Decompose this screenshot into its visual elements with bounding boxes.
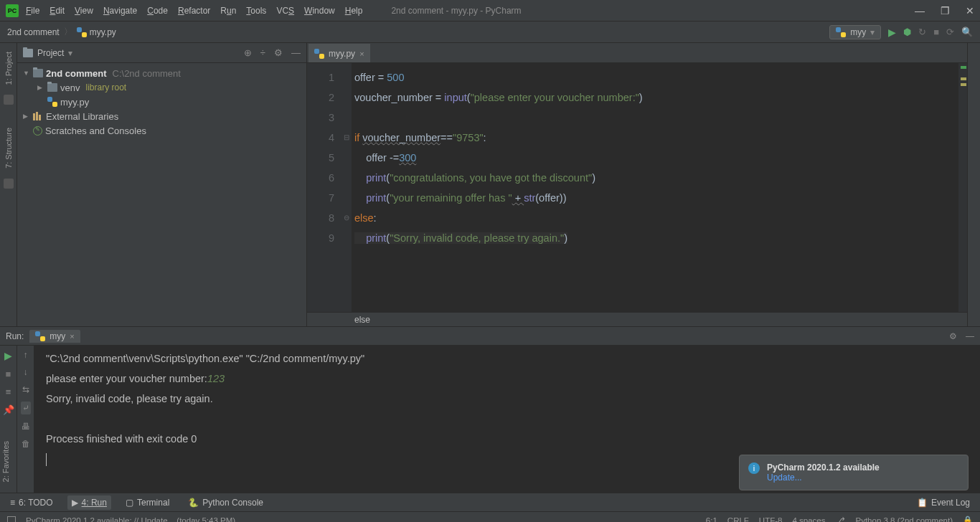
gear-icon[interactable]: ⚙ [949,331,957,341]
gear-icon[interactable]: ⚙ [274,47,283,58]
run-config-selector[interactable]: myy ▾ [829,25,881,39]
hide-panel-button[interactable]: — [966,331,974,341]
split-icon[interactable]: ÷ [260,47,265,58]
search-everywhere-button[interactable]: 🔍 [961,27,973,37]
tab-terminal[interactable]: ▢ Terminal [121,495,174,510]
menu-tools[interactable]: Tools [246,6,266,16]
editor: myy.py × 123456789 ⊟⊖ offer = 500 vouche… [307,43,967,326]
stop-button[interactable]: ■ [6,369,11,379]
hide-panel-button[interactable]: — [291,47,301,58]
menu-code[interactable]: Code [147,6,168,16]
info-icon: i [748,462,760,474]
run-with-coverage-button[interactable]: ↻ [918,27,926,37]
print-button[interactable]: 🖶 [22,422,30,432]
editor-breadcrumb[interactable]: else [307,312,967,326]
run-tab-myy[interactable]: myy × [29,330,80,343]
editor-tab-myy[interactable]: myy.py × [308,44,370,62]
chevron-down-icon[interactable]: ▾ [68,48,72,58]
git-branch-icon[interactable] [835,516,845,523]
close-tab-button[interactable]: × [359,49,364,58]
soft-wrap-button[interactable]: ⤶ [21,402,31,414]
bottom-tool-tabs: ≡ 6: TODO ▶ 4: Run ▢ Terminal 🐍 Python C… [0,493,980,511]
menu-vcs[interactable]: VCS [276,6,294,16]
trash-button[interactable]: 🗑 [22,439,30,449]
project-tree[interactable]: ▼ 2nd comment C:\2nd comment ▶ venv libr… [17,63,306,141]
tab-favorites[interactable]: 2: Favorites [0,437,11,486]
tree-label: External Libraries [46,111,118,122]
tree-path: C:\2nd comment [113,68,181,79]
indent-status[interactable]: 4 spaces [792,516,825,523]
menu-help[interactable]: Help [345,6,363,16]
stop-button[interactable]: ■ [933,27,939,37]
project-panel-title: Project [37,48,64,58]
target-icon[interactable]: ⊕ [244,47,252,58]
tab-python-console[interactable]: 🐍 Python Console [184,495,268,510]
tab-structure[interactable]: 7: Structure [3,123,14,173]
vcs-update-button[interactable]: ⟳ [946,27,954,37]
menu-view[interactable]: View [75,6,93,16]
cursor-position[interactable]: 6:1 [706,516,717,523]
menu-navigate[interactable]: Navigate [103,6,137,16]
tab-event-log[interactable]: 📋 Event Log [913,495,974,510]
menu-run[interactable]: Run [220,6,236,16]
menu-edit[interactable]: Edit [50,6,65,16]
breadcrumb-root[interactable]: 2nd comment [7,27,60,37]
menu-refactor[interactable]: Refactor [178,6,210,16]
run-button[interactable]: ▶ [888,27,896,38]
file-encoding[interactable]: UTF-8 [759,516,783,523]
status-message[interactable]: PyCharm 2020.1.2 available: // Update...… [26,516,235,523]
left-tool-strip: 1: Project 7: Structure [0,43,17,326]
expand-icon[interactable]: ▼ [23,70,30,77]
pin-button[interactable]: 📌 [3,404,14,415]
tree-file-myy[interactable]: myy.py [17,95,306,109]
filter-button[interactable]: ⇆ [22,384,29,394]
code-content[interactable]: offer = 500 voucher_number = input("plea… [352,63,958,312]
layout-button[interactable]: ≡ [6,386,11,397]
menu-window[interactable]: Window [304,6,335,16]
notification-title: PyCharm 2020.1.2 available [767,462,880,473]
maximize-button[interactable]: ❐ [941,5,950,16]
tree-project-root[interactable]: ▼ 2nd comment C:\2nd comment [17,66,306,80]
tree-scratches[interactable]: Scratches and Consoles [17,123,306,138]
python-file-icon [836,27,846,37]
tree-label: venv [60,82,80,93]
tree-hint: library root [85,82,126,92]
tab-run[interactable]: ▶ 4: Run [67,495,111,510]
python-file-icon [47,97,57,107]
up-button[interactable]: ↑ [24,350,28,360]
tree-external-libraries[interactable]: ▶ External Libraries [17,109,306,123]
run-config-name: myy [850,27,866,37]
project-tool-window: Project ▾ ⊕ ÷ ⚙ — ▼ 2nd comment C:\2nd c… [17,43,307,326]
right-tool-strip [967,43,980,326]
menu-file[interactable]: File [26,6,39,16]
breadcrumb-file[interactable]: myy.py [77,27,116,37]
fold-gutter[interactable]: ⊟⊖ [341,63,352,312]
error-stripe[interactable] [958,63,967,312]
editor-body[interactable]: 123456789 ⊟⊖ offer = 500 voucher_number … [307,63,967,312]
tree-label: Scratches and Consoles [45,125,146,136]
tree-venv[interactable]: ▶ venv library root [17,80,306,95]
rerun-button[interactable]: ▶ [4,350,12,361]
minimize-button[interactable]: — [915,5,925,16]
line-separator[interactable]: CRLF [727,516,749,523]
down-button[interactable]: ↓ [24,367,28,377]
tab-todo[interactable]: ≡ 6: TODO [6,495,57,510]
close-run-tab[interactable]: × [70,332,74,341]
expand-icon[interactable]: ▶ [37,84,44,91]
tree-label: myy.py [60,97,89,108]
notification-link[interactable]: Update... [767,473,880,483]
breadcrumb-separator: 〉 [64,26,72,38]
run-toolbar-right: ↑ ↓ ⇆ ⤶ 🖶 🗑 [17,346,34,493]
expand-icon[interactable]: ▶ [23,113,30,120]
python-file-icon [35,331,45,341]
tab-project[interactable]: 1: Project [3,47,14,89]
readonly-toggle[interactable] [963,516,973,522]
folder-icon [23,49,33,57]
interpreter-status[interactable]: Python 3.8 (2nd comment) [855,516,953,523]
close-button[interactable]: ✕ [966,5,974,16]
python-file-icon [77,27,87,37]
debug-button[interactable]: ⬢ [903,27,911,37]
run-header: Run: myy × ⚙ — [0,327,980,346]
update-notification[interactable]: i PyCharm 2020.1.2 available Update... [739,455,969,490]
status-icon[interactable] [7,516,16,523]
